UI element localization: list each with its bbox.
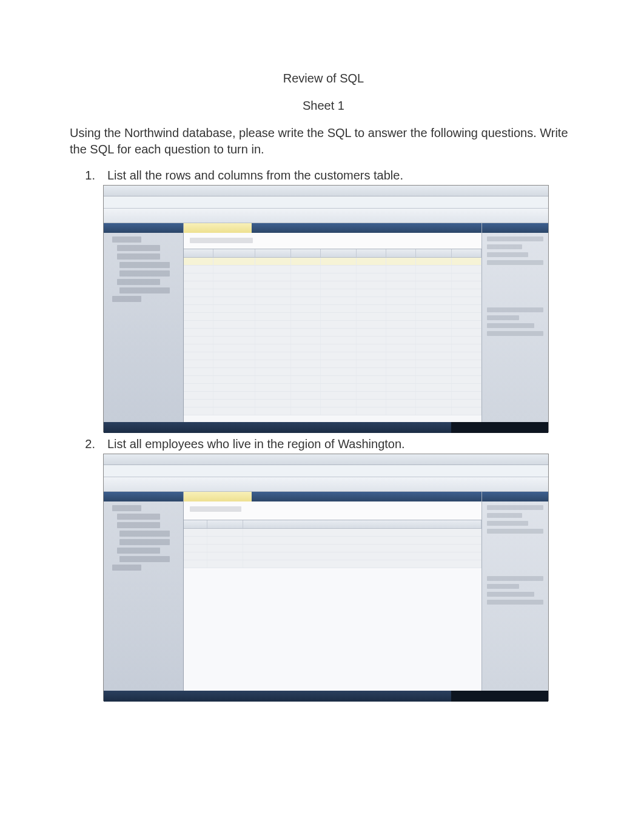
- question-item-1: 1. List all the rows and columns from th…: [70, 169, 577, 183]
- sql-editor: [184, 233, 481, 249]
- intro-paragraph: Using the Northwind database, please wri…: [70, 125, 577, 158]
- question-number: 1.: [70, 169, 95, 183]
- screenshot-1: [103, 185, 549, 432]
- active-tab: [184, 492, 252, 501]
- results-grid: [184, 249, 481, 422]
- grid-body: [184, 258, 481, 415]
- question-text: List all employees who live in the regio…: [95, 437, 577, 451]
- object-explorer-panel: [104, 223, 184, 422]
- properties-panel: [481, 492, 548, 691]
- window-menubar: [104, 196, 548, 209]
- window-toolbar: [104, 477, 548, 492]
- question-list: 1. List all the rows and columns from th…: [70, 169, 577, 701]
- window-titlebar: [104, 454, 548, 465]
- tab-strip: [184, 223, 481, 233]
- document-page: Review of SQL Sheet 1 Using the Northwin…: [0, 0, 644, 742]
- panel-header: [104, 492, 183, 501]
- status-bar: [104, 691, 548, 702]
- question-number: 2.: [70, 437, 95, 451]
- object-explorer-panel: [104, 492, 184, 691]
- tab-strip: [184, 492, 481, 501]
- grid-body: [184, 529, 481, 568]
- sql-editor: [184, 501, 481, 520]
- question-text: List all the rows and columns from the c…: [95, 169, 577, 183]
- window-menubar: [104, 465, 548, 477]
- panel-header: [482, 223, 548, 233]
- page-subtitle: Sheet 1: [70, 99, 577, 113]
- page-title: Review of SQL: [70, 72, 577, 86]
- editor-main: [184, 223, 481, 422]
- window-body: [104, 492, 548, 691]
- panel-header: [482, 492, 548, 501]
- window-titlebar: [104, 186, 548, 196]
- question-item-2: 2. List all employees who live in the re…: [70, 437, 577, 451]
- editor-main: [184, 492, 481, 691]
- window-body: [104, 223, 548, 422]
- grid-header: [184, 520, 481, 529]
- status-bar: [104, 422, 548, 433]
- grid-header: [184, 249, 481, 258]
- screenshot-2: [103, 454, 549, 701]
- results-grid: [184, 520, 481, 691]
- panel-header: [104, 223, 183, 233]
- active-tab: [184, 223, 252, 233]
- window-toolbar: [104, 209, 548, 223]
- properties-panel: [481, 223, 548, 422]
